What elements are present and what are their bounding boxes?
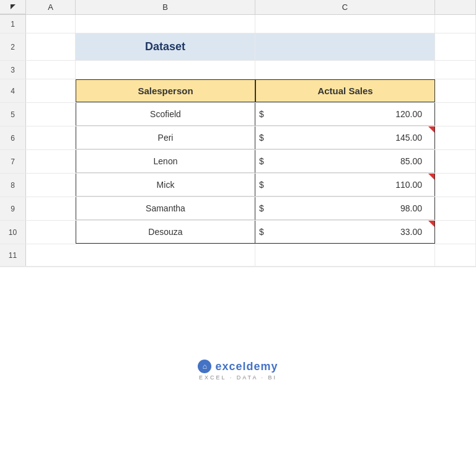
row-header-10[interactable]: 10 xyxy=(0,221,26,244)
watermark-name: exceldemy xyxy=(215,360,278,373)
dollar-sign-8: $ xyxy=(259,180,264,190)
table-row: 11 xyxy=(0,244,476,267)
cell-8-extra xyxy=(435,174,476,197)
row-header-11[interactable]: 11 xyxy=(0,244,26,266)
cell-7-extra xyxy=(435,150,476,173)
table-row: 6 Peri $ 145.00 xyxy=(0,126,476,150)
row-header-9[interactable]: 9 xyxy=(0,197,26,220)
watermark: ⌂ exceldemy EXCEL · DATA · BI xyxy=(198,360,278,381)
watermark-logo: ⌂ exceldemy xyxy=(198,360,278,373)
cell-1b[interactable] xyxy=(76,15,255,33)
red-triangle-10 xyxy=(428,221,434,227)
col-header-b[interactable]: B xyxy=(76,0,255,14)
dollar-sign-9: $ xyxy=(259,203,264,213)
table-row: 4 Salesperson Actual Sales xyxy=(0,79,476,103)
cell-11b[interactable] xyxy=(76,244,255,266)
cell-6b[interactable]: Peri xyxy=(76,126,255,149)
cell-7a[interactable] xyxy=(26,150,76,173)
cell-9-extra xyxy=(435,197,476,220)
cell-2c[interactable] xyxy=(255,33,435,60)
cell-1-extra xyxy=(435,15,476,33)
cell-2-extra xyxy=(435,33,476,60)
amount-10: 33.00 xyxy=(400,227,431,237)
corner-indicator xyxy=(11,4,15,9)
cell-2a[interactable] xyxy=(26,33,76,60)
cell-4a[interactable] xyxy=(26,79,76,102)
red-triangle-6 xyxy=(428,126,434,133)
cell-7c[interactable]: $ 85.00 xyxy=(255,150,435,173)
cell-10c[interactable]: $ 33.00 xyxy=(255,221,435,244)
red-triangle-8 xyxy=(428,174,434,180)
cell-5a[interactable] xyxy=(26,103,76,126)
row-header-5[interactable]: 5 xyxy=(0,103,26,126)
row-header-3[interactable]: 3 xyxy=(0,61,26,79)
cell-3b[interactable] xyxy=(76,61,255,79)
table-row: 3 xyxy=(0,61,476,79)
col-salesperson-header[interactable]: Salesperson xyxy=(76,79,255,102)
column-headers: A B C xyxy=(0,0,476,15)
watermark-icon: ⌂ xyxy=(198,360,211,373)
dollar-sign-6: $ xyxy=(259,133,264,143)
table-row: 8 Mick $ 110.00 xyxy=(0,174,476,197)
cell-8b[interactable]: Mick xyxy=(76,174,255,197)
cell-3-extra xyxy=(435,61,476,79)
cell-11a[interactable] xyxy=(26,244,76,266)
col-header-a[interactable]: A xyxy=(26,0,76,14)
table-row: 2 Dataset xyxy=(0,33,476,61)
row-header-2[interactable]: 2 xyxy=(0,33,26,60)
row-header-6[interactable]: 6 xyxy=(0,126,26,149)
cell-8a[interactable] xyxy=(26,174,76,197)
col-header-c[interactable]: C xyxy=(255,0,435,14)
cell-10a[interactable] xyxy=(26,221,76,244)
watermark-subtitle: EXCEL · DATA · BI xyxy=(199,374,277,381)
corner-cell xyxy=(0,0,26,14)
dollar-sign-10: $ xyxy=(259,227,264,237)
table-row: 1 xyxy=(0,15,476,33)
dollar-sign-5: $ xyxy=(259,109,264,119)
amount-6: 145.00 xyxy=(395,133,431,143)
table-row: 7 Lenon $ 85.00 xyxy=(0,150,476,174)
row-header-8[interactable]: 8 xyxy=(0,174,26,197)
col-header-extra xyxy=(435,0,476,14)
amount-7: 85.00 xyxy=(400,156,431,166)
cell-10-extra xyxy=(435,221,476,244)
amount-5: 120.00 xyxy=(395,109,431,119)
row-header-1[interactable]: 1 xyxy=(0,15,26,33)
cell-9c[interactable]: $ 98.00 xyxy=(255,197,435,220)
cell-1c[interactable] xyxy=(255,15,435,33)
cell-4-extra xyxy=(435,79,476,102)
table-row: 5 Scofield $ 120.00 xyxy=(0,103,476,126)
col-sales-header[interactable]: Actual Sales xyxy=(255,79,435,102)
dataset-title-cell[interactable]: Dataset xyxy=(76,33,255,60)
watermark-section: ⌂ exceldemy EXCEL · DATA · BI xyxy=(0,267,476,473)
spreadsheet: A B C 1 2 Dataset 3 xyxy=(0,0,476,473)
dollar-sign-7: $ xyxy=(259,156,264,166)
cell-9b[interactable]: Samantha xyxy=(76,197,255,220)
cell-5b[interactable]: Scofield xyxy=(76,103,255,126)
cell-5c[interactable]: $ 120.00 xyxy=(255,103,435,126)
cell-8c[interactable]: $ 110.00 xyxy=(255,174,435,197)
table-row: 9 Samantha $ 98.00 xyxy=(0,197,476,221)
cell-6c[interactable]: $ 145.00 xyxy=(255,126,435,149)
grid-body: 1 2 Dataset 3 4 Salesperson Actu xyxy=(0,15,476,473)
cell-7b[interactable]: Lenon xyxy=(76,150,255,173)
row-header-4[interactable]: 4 xyxy=(0,79,26,102)
amount-8: 110.00 xyxy=(395,180,431,190)
amount-9: 98.00 xyxy=(400,203,431,213)
row-header-7[interactable]: 7 xyxy=(0,150,26,173)
cell-11c[interactable] xyxy=(255,244,435,266)
cell-6-extra xyxy=(435,126,476,149)
cell-1a[interactable] xyxy=(26,15,76,33)
cell-9a[interactable] xyxy=(26,197,76,220)
table-row: 10 Desouza $ 33.00 xyxy=(0,221,476,244)
cell-3c[interactable] xyxy=(255,61,435,79)
cell-11-extra xyxy=(435,244,476,266)
cell-6a[interactable] xyxy=(26,126,76,149)
cell-3a[interactable] xyxy=(26,61,76,79)
cell-5-extra xyxy=(435,103,476,126)
cell-10b[interactable]: Desouza xyxy=(76,221,255,244)
